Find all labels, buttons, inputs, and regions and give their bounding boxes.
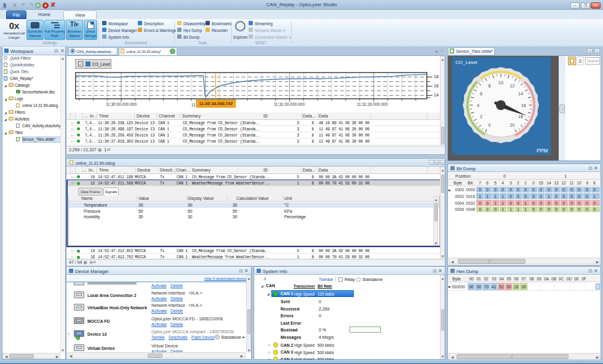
svg-text:10: 10 [498, 81, 503, 85]
svg-text:8: 8 [489, 84, 491, 88]
svg-text:6: 6 [480, 92, 482, 96]
svg-text:12: 12 [510, 84, 515, 88]
svg-text:2: 2 [480, 114, 482, 119]
svg-text:20: 20 [510, 123, 515, 127]
svg-text:18: 18 [518, 114, 523, 119]
svg-text:4: 4 [477, 103, 479, 108]
svg-text:0: 0 [489, 123, 491, 127]
svg-text:16: 16 [521, 103, 526, 108]
svg-text:14: 14 [518, 92, 523, 96]
